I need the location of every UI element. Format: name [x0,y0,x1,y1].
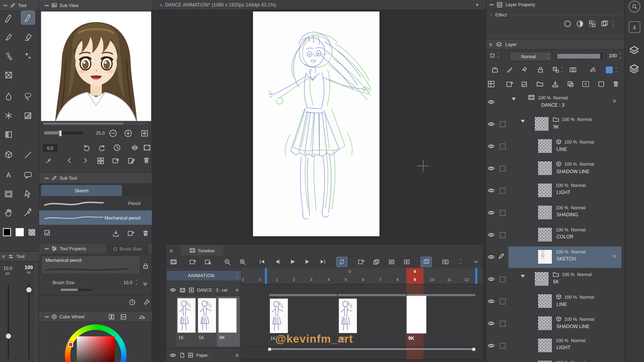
text-tool-button[interactable]: A [2,168,16,182]
fit-view-button[interactable] [141,129,149,137]
layer-thumbnail[interactable] [537,360,552,362]
layer-color-button[interactable] [606,67,613,74]
tab-sketch[interactable]: Sketch [41,185,122,196]
sv-square[interactable] [77,336,115,362]
layer-row[interactable]: 100 % Normal SHADOW LINE [486,312,625,335]
subview-zoom-slider[interactable] [44,131,83,134]
main-color-swatch[interactable] [2,228,12,237]
expand-arrow-icon[interactable] [512,100,516,108]
timeline-ruler[interactable]: 0 9 -2-1123456789101112 [241,268,482,284]
layer-thumbnail[interactable] [537,249,552,264]
play-button[interactable] [287,257,298,267]
export-palette-button[interactable] [629,21,640,33]
timeline-menu-icon[interactable]: ≡ [170,247,173,254]
layer-row[interactable]: 100 % Normal LINE [486,135,625,158]
collapse-icon[interactable] [489,4,494,5]
subview-rotation-value[interactable]: 0.0 [43,144,57,152]
brush-tool-button[interactable] [2,30,16,44]
add-subtool-button[interactable] [127,230,135,237]
cel-thumb-5k[interactable]: 5K [196,297,217,347]
flag-spinner-2[interactable]: ⌃⌄ [615,68,618,72]
new-cel-button[interactable] [356,257,367,267]
layer-checkbox[interactable] [500,276,505,282]
visibility-eye-icon[interactable] [488,166,495,171]
tab-timeline[interactable]: Timeline [181,245,223,256]
brush-size-slider-track[interactable] [61,289,93,291]
visibility-eye-icon[interactable] [488,321,495,326]
paper-track-header[interactable]: Paper : ≡ [166,348,242,362]
flip-horizontal-button[interactable] [131,144,139,152]
grid-view-button[interactable] [97,157,104,164]
color-mode-triangle-icon[interactable] [139,314,145,319]
frame-number[interactable]: 6 [354,275,372,284]
track-selector[interactable]: ANIMATION ⌃⌄ [166,270,242,281]
track-selector-spinner[interactable]: ⌃⌄ [236,273,239,278]
new-raster-layer-button[interactable] [506,80,513,88]
brush-size-stepper[interactable]: ⌃⌄ [135,280,138,285]
layer-row[interactable]: 100 % Normal COLOR [486,224,625,246]
effect-tone-button[interactable] [576,20,584,28]
zoom-out-button[interactable] [109,129,117,137]
subview-hscrollbar-thumb[interactable] [43,123,124,125]
search-button[interactable] [629,1,640,12]
frame-number[interactable]: 9 [406,275,423,284]
delete-subtool-button[interactable] [142,230,149,237]
material-palette-button[interactable] [629,64,640,74]
lock-icon[interactable] [142,263,149,269]
layer-thumbnail[interactable] [537,316,552,331]
timeline-zoom-out-button[interactable] [222,257,233,267]
effect-border-button[interactable] [563,20,571,28]
zoom-in-button[interactable] [124,129,132,137]
next-frame-button[interactable] [302,257,313,267]
layer-thumbnail[interactable] [534,117,549,131]
sub-color-swatch[interactable] [15,228,24,237]
layer-row[interactable]: 100 % Normal LIGHT [486,180,625,202]
frame-border-tool-button[interactable] [2,187,16,201]
paper-duration-bar[interactable] [268,348,475,350]
collapse-icon[interactable] [3,5,7,6]
playback-range-end-marker[interactable] [475,268,477,284]
reset-settings-button[interactable] [129,299,136,306]
specify-cels-button[interactable] [187,257,198,267]
pen-tool-button[interactable] [2,11,16,25]
cel-duration-bar[interactable] [268,294,475,296]
visibility-eye-icon[interactable] [488,343,495,348]
import-subtool-button[interactable] [112,230,119,237]
collapse-icon[interactable] [45,248,49,249]
object-select-tool-button[interactable] [21,187,35,201]
clip-below-button[interactable] [491,66,498,73]
collapse-icon[interactable] [45,316,49,317]
brush-size-slider-knob[interactable] [5,333,12,339]
effect-layer-color-button[interactable] [600,20,608,28]
delete-layer-button[interactable] [612,80,619,87]
transparent-color-swatch[interactable] [28,228,36,236]
hand-tool-button[interactable] [2,206,16,220]
multi-select-toggle[interactable] [44,230,51,237]
visibility-eye-icon[interactable] [488,299,495,304]
visibility-eye-icon[interactable] [488,276,495,282]
blend-tool-button[interactable] [2,89,16,103]
layer-opacity-value[interactable]: 100 [606,53,617,58]
eyedropper-tool-button[interactable] [21,206,35,220]
collapse-icon[interactable] [45,5,49,6]
canvas-title[interactable]: DANCE ANIMATION* (1080 x 1920px 144dpi 4… [165,2,276,7]
layer-opacity-slider[interactable] [557,53,602,59]
menu-icon[interactable]: ≡ [2,254,5,259]
subview-hscrollbar[interactable] [42,122,148,125]
layer-thumbnail[interactable] [534,272,549,286]
cel-settings-button[interactable] [203,257,214,267]
layer-thumbnail[interactable] [537,161,552,176]
decoration-tool-button[interactable] [21,49,35,63]
edit-list-button[interactable] [128,157,135,164]
layer-row-menu-icon[interactable]: ≡ [613,98,616,104]
light-table-button[interactable] [440,257,451,267]
background-layer-button[interactable] [582,80,589,89]
material-grid-button[interactable] [488,80,495,88]
opacity-slider[interactable] [28,283,30,359]
sparkle-tool-button[interactable] [2,109,16,123]
brush-size-slider[interactable] [8,285,9,359]
expand-plus-icon[interactable] [189,288,194,293]
new-folder-button[interactable] [536,81,543,87]
frame-number[interactable]: 11 [441,275,458,284]
color-mode-2-icon[interactable] [120,314,126,320]
